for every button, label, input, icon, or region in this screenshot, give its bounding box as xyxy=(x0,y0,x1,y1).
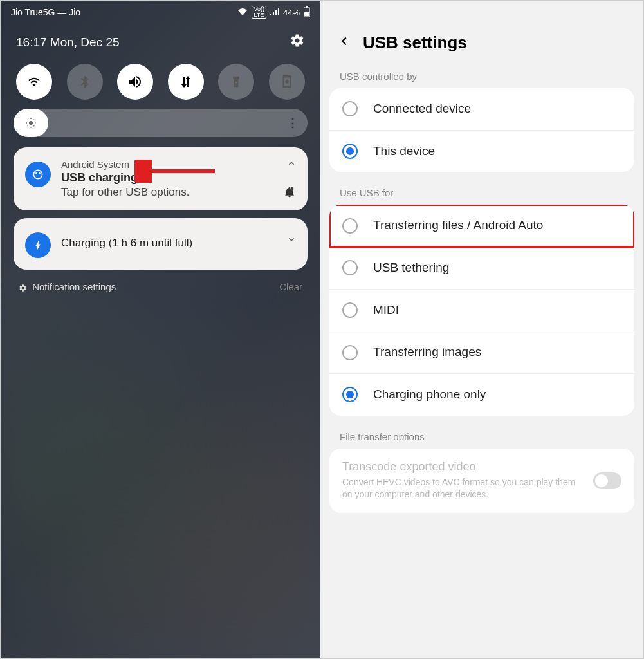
charging-notification[interactable]: Charging (1 h 6 m until full) xyxy=(14,218,308,270)
svg-rect-0 xyxy=(270,14,271,15)
svg-rect-5 xyxy=(306,6,308,8)
notification-shade-screenshot: Jio True5G — Jio Vo))LTE 44% 16:17 Mon, … xyxy=(1,1,320,658)
radio-charging-only[interactable]: Charging phone only xyxy=(329,374,634,416)
carrier-label: Jio True5G — Jio xyxy=(11,7,80,17)
svg-point-9 xyxy=(35,172,37,174)
wifi-icon xyxy=(237,8,248,17)
radio-usb-tethering[interactable]: USB tethering xyxy=(329,247,634,290)
radio-this-device[interactable]: This device xyxy=(329,131,634,172)
notification-body: Tap for other USB options. xyxy=(61,186,296,199)
radio-icon xyxy=(342,101,358,116)
brightness-slider[interactable]: ⋮ xyxy=(14,109,308,137)
battery-percent: 44% xyxy=(283,8,300,17)
quick-settings-header: 16:17 Mon, Dec 25 xyxy=(1,24,320,59)
radio-connected-device[interactable]: Connected device xyxy=(329,88,634,131)
annotation-arrow xyxy=(134,160,218,183)
radio-transferring-files[interactable]: Transferring files / Android Auto xyxy=(329,205,634,247)
notification-settings-link[interactable]: Notification settings xyxy=(19,281,116,292)
battery-icon xyxy=(304,6,310,19)
radio-midi[interactable]: MIDI xyxy=(329,290,634,332)
radio-transferring-images[interactable]: Transferring images xyxy=(329,331,634,374)
notification-footer: Notification settings Clear xyxy=(1,277,320,296)
data-tile[interactable] xyxy=(168,64,204,100)
radio-icon xyxy=(342,260,358,275)
rotation-tile[interactable] xyxy=(269,64,305,100)
section-file-transfer-options: File transfer options xyxy=(320,431,643,449)
android-system-icon xyxy=(25,162,51,187)
notification-bell-icon[interactable] xyxy=(283,185,296,201)
charging-icon xyxy=(25,232,51,258)
expand-chevron-icon[interactable] xyxy=(287,235,296,246)
usb-controlled-by-group: Connected device This device xyxy=(329,88,634,172)
radio-icon xyxy=(342,345,358,360)
transcode-video-toggle-row[interactable]: Transcode exported video Convert HEVC vi… xyxy=(329,449,634,513)
use-usb-for-group: Transferring files / Android Auto USB te… xyxy=(329,205,634,415)
sound-tile[interactable] xyxy=(117,64,153,100)
status-bar: Jio True5G — Jio Vo))LTE 44% xyxy=(1,1,320,24)
charging-title: Charging (1 h 6 m until full) xyxy=(61,237,296,250)
svg-point-8 xyxy=(33,170,42,178)
volte-icon: Vo))LTE xyxy=(252,6,266,19)
brightness-thumb[interactable] xyxy=(14,109,48,137)
toggle-title: Transcode exported video xyxy=(342,460,583,474)
clear-all-button[interactable]: Clear xyxy=(279,281,302,292)
radio-icon xyxy=(342,218,358,234)
bluetooth-tile[interactable] xyxy=(67,64,103,100)
radio-icon xyxy=(342,302,358,318)
toggle-description: Convert HEVC videos to AVC format so you… xyxy=(342,476,583,501)
signal-icon xyxy=(270,8,279,17)
settings-gear-icon[interactable] xyxy=(290,33,305,52)
usb-settings-screen: USB settings USB controlled by Connected… xyxy=(320,1,643,658)
svg-rect-3 xyxy=(278,8,279,15)
radio-icon xyxy=(342,144,358,159)
flashlight-tile[interactable] xyxy=(218,64,254,100)
status-icons: Vo))LTE 44% xyxy=(237,6,310,19)
svg-point-10 xyxy=(39,172,41,174)
page-title: USB settings xyxy=(363,33,467,53)
settings-header: USB settings xyxy=(320,1,643,71)
section-usb-controlled-by: USB controlled by xyxy=(320,71,643,88)
back-button[interactable] xyxy=(337,33,351,53)
section-use-usb-for: Use USB for xyxy=(320,187,643,205)
toggle-switch[interactable] xyxy=(593,472,621,489)
quick-settings-tiles xyxy=(1,59,320,109)
wifi-tile[interactable] xyxy=(16,64,52,100)
time-date: 16:17 Mon, Dec 25 xyxy=(16,35,120,50)
radio-icon xyxy=(342,387,358,402)
brightness-menu-icon[interactable]: ⋮ xyxy=(287,116,299,130)
svg-point-7 xyxy=(29,121,33,125)
svg-rect-1 xyxy=(273,12,274,15)
collapse-chevron-icon[interactable] xyxy=(287,159,296,170)
svg-rect-6 xyxy=(304,12,309,16)
svg-point-11 xyxy=(291,187,294,190)
svg-rect-2 xyxy=(275,10,277,15)
